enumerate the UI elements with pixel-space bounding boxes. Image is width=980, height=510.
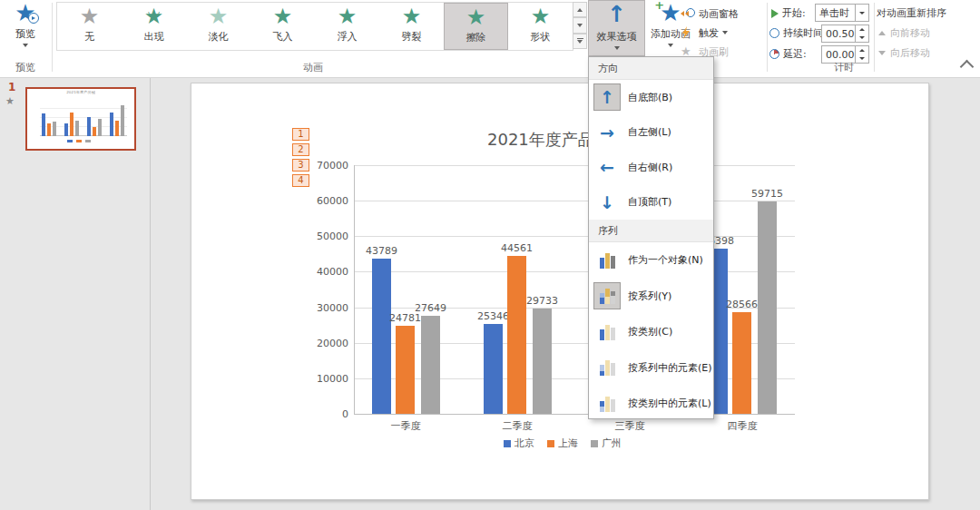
delay-label: 延迟: [783, 47, 807, 61]
move-later-label: 向后移动 [890, 46, 930, 60]
menu-item-bars-as-one-object[interactable]: 作为一个对象(N) [589, 242, 713, 279]
preview-label: 预览 [15, 27, 35, 41]
delay-row: 延迟: [769, 47, 807, 61]
star-float-in-icon: ★↑ [338, 3, 358, 30]
thumbnail-bar [98, 119, 102, 136]
animation-badge-3[interactable]: 3 [292, 159, 309, 172]
start-row: 开始: [771, 6, 806, 20]
menu-item-arrow-left[interactable]: ←自右侧(R) [589, 150, 713, 185]
duration-clock-icon [769, 28, 779, 38]
menu-item-bars-by-element-in-category[interactable]: 按类别中的元素(L) [589, 386, 713, 422]
start-select[interactable]: 单击时 [815, 4, 869, 22]
star-split-icon: ★ [402, 3, 422, 30]
bar-data-label: 59715 [740, 188, 795, 200]
trigger-lightning-button[interactable]: 触发 [681, 24, 768, 42]
thumbnail-bar [93, 127, 96, 136]
thumbnail-bar [64, 123, 68, 136]
collapse-ribbon-chevron-icon[interactable] [960, 60, 975, 74]
legend-swatch-icon [591, 440, 598, 447]
duration-row: 持续时间: [769, 26, 827, 40]
menu-item-arrow-down[interactable]: ↓自顶部(T) [589, 185, 713, 221]
bar-data-label: 44561 [489, 242, 544, 254]
duration-input[interactable]: 00.50 [821, 25, 869, 43]
bar-data-label: 27649 [403, 302, 458, 314]
chevron-down-icon [23, 44, 28, 47]
menu-item-bars-by-element-in-series[interactable]: 按系列中的元素(E) [589, 350, 713, 387]
slide-number: 1 [8, 81, 15, 93]
gallery-tile-float-in[interactable]: ★↑浮入 [315, 3, 379, 50]
thumbnail-bar [75, 121, 79, 136]
gallery-scroll-up-button[interactable] [573, 2, 587, 17]
chart-gridline [354, 271, 795, 272]
bar-上海-二季度 [507, 256, 526, 414]
bars-by-category-icon [593, 319, 621, 346]
move-earlier-button[interactable]: 向前移动 [878, 26, 930, 40]
bar-广州-二季度 [533, 309, 552, 414]
start-dropdown-arrow-icon[interactable] [855, 5, 868, 21]
gallery-more-button[interactable] [573, 34, 587, 49]
menu-item-arrow-up[interactable]: ↑自底部(B) [589, 80, 713, 115]
menu-item-bars-by-series[interactable]: 按系列(Y) [589, 279, 713, 315]
animation-badge-2[interactable]: 2 [292, 143, 309, 156]
direction-section-header: 方向 [589, 57, 713, 80]
thumbnail-bar [87, 117, 91, 136]
thumbnail-bar [70, 113, 74, 136]
legend-label: 北京 [514, 436, 534, 450]
legend-item-北京: 北京 [504, 436, 534, 450]
slide-thumbnail[interactable]: 2021年度产品销 [25, 87, 136, 151]
bar-data-label: 29733 [514, 295, 570, 307]
triangle-down-icon [878, 51, 886, 55]
gallery-tile-split[interactable]: ★劈裂 [379, 3, 444, 50]
duration-spinner[interactable] [855, 25, 868, 42]
chevron-down-icon [668, 44, 673, 47]
y-axis-tick-label: 60000 [308, 195, 348, 207]
y-axis-tick-label: 10000 [308, 373, 348, 385]
duration-label: 持续时间: [783, 26, 827, 40]
y-axis-tick-label: 30000 [308, 302, 348, 314]
menu-item-arrow-right[interactable]: →自左侧(L) [589, 115, 713, 151]
gallery-scroll-down-button[interactable] [573, 17, 587, 33]
animation-gallery: ★无★\ | /出现★淡化★↑飞入★↑浮入★劈裂★擦除★★形状 [56, 2, 573, 51]
menu-item-label: 自左侧(L) [628, 125, 671, 139]
menu-item-label: 按类别(C) [628, 325, 672, 338]
arrow-down-icon: ↓ [593, 189, 621, 216]
gallery-tile-fly-in[interactable]: ★↑飞入 [250, 3, 315, 50]
animation-badge-4[interactable]: 4 [292, 174, 309, 187]
animation-pane-button[interactable]: 动画窗格 [681, 5, 768, 23]
chart-gridline [354, 165, 795, 166]
menu-item-bars-by-category[interactable]: 按类别(C) [589, 314, 713, 350]
bar-北京-一季度 [372, 259, 391, 414]
gallery-tile-none[interactable]: ★无 [57, 3, 122, 50]
move-later-button[interactable]: 向后移动 [878, 46, 930, 60]
preview-button[interactable]: ★ 预览 [4, 0, 47, 56]
bar-上海-一季度 [396, 326, 415, 414]
gallery-tile-label: 淡化 [209, 30, 229, 44]
y-axis-tick-label: 40000 [308, 266, 348, 278]
bar-北京-二季度 [484, 324, 503, 414]
y-axis-tick-label: 70000 [308, 160, 348, 172]
ribbon-animations-tab: ★ 预览 预览 ★无★\ | /出现★淡化★↑飞入★↑浮入★劈裂★擦除★★形状 … [0, 0, 980, 78]
gallery-tile-appear[interactable]: ★\ | /出现 [122, 3, 186, 50]
thumbnail-bar [110, 113, 113, 136]
gallery-tile-fade[interactable]: ★淡化 [186, 3, 250, 50]
arrow-left-icon: ← [593, 153, 621, 181]
menu-item-label: 按系列中的元素(E) [628, 361, 712, 375]
bar-上海-四季度 [732, 312, 751, 414]
gallery-tile-shape[interactable]: ★★形状 [508, 3, 573, 50]
animation-badge-1[interactable]: 1 [292, 128, 309, 141]
effect-options-button[interactable]: ↑ 效果选项 [588, 0, 645, 56]
add-animation-star-icon: ★ + [660, 0, 681, 25]
legend-label: 上海 [558, 436, 578, 450]
y-axis-line [354, 165, 355, 414]
menu-item-label: 自右侧(R) [628, 161, 672, 174]
star-none-icon: ★ [80, 3, 100, 30]
gallery-tile-wipe[interactable]: ★擦除 [444, 3, 508, 50]
thumbnail-bar [47, 123, 51, 136]
trigger-lightning-icon [681, 26, 695, 39]
gallery-tile-label: 劈裂 [402, 30, 422, 44]
chart-legend: 北京上海广州 [327, 436, 799, 450]
star-appear-icon: ★\ | / [144, 3, 164, 30]
star-wipe-icon: ★ [466, 4, 486, 31]
menu-item-label: 按类别中的元素(L) [628, 397, 711, 410]
triangle-up-icon [878, 31, 886, 35]
